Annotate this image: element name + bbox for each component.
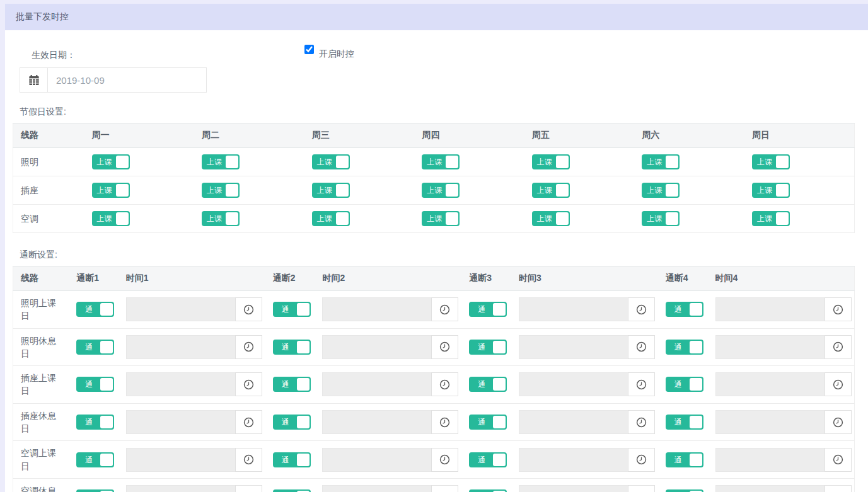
onoff-toggle[interactable]: 通	[469, 489, 507, 492]
time-input[interactable]	[126, 448, 235, 472]
onoff-toggle[interactable]: 通	[666, 452, 703, 467]
time-input[interactable]	[322, 448, 431, 472]
time-picker-button[interactable]	[628, 372, 655, 396]
time-input[interactable]	[715, 297, 825, 321]
time-input[interactable]	[519, 410, 628, 434]
time-cell	[315, 366, 461, 404]
onoff-toggle[interactable]: 通	[273, 489, 311, 492]
time-picker-button[interactable]	[431, 335, 458, 359]
class-day-toggle[interactable]: 上课	[92, 183, 130, 198]
time-picker-button[interactable]	[235, 448, 262, 472]
onoff-toggle[interactable]: 通	[469, 340, 507, 355]
class-day-toggle[interactable]: 上课	[752, 154, 790, 169]
time-picker-button[interactable]	[628, 297, 655, 321]
time-picker-button[interactable]	[628, 335, 655, 359]
time-input[interactable]	[519, 372, 628, 396]
time-input[interactable]	[126, 410, 235, 434]
time-picker-button[interactable]	[628, 410, 655, 434]
time-picker-button[interactable]	[235, 372, 262, 396]
class-day-toggle[interactable]: 上课	[312, 211, 350, 226]
enable-time-control-group[interactable]: 开启时控	[304, 45, 354, 56]
time-input[interactable]	[126, 335, 235, 359]
time-input[interactable]	[715, 335, 825, 359]
onoff-toggle[interactable]: 通	[273, 377, 311, 392]
time-picker-button[interactable]	[825, 372, 852, 396]
onoff-toggle[interactable]: 通	[469, 302, 507, 317]
onoff-toggle[interactable]: 通	[76, 340, 114, 355]
onoff-toggle[interactable]: 通	[469, 377, 507, 392]
class-day-toggle[interactable]: 上课	[532, 183, 570, 198]
time-picker-button[interactable]	[235, 297, 262, 321]
onoff-toggle[interactable]: 通	[666, 302, 703, 317]
time-picker-button[interactable]	[431, 448, 458, 472]
time-input[interactable]	[519, 485, 628, 492]
time-picker-button[interactable]	[825, 297, 852, 321]
class-day-toggle[interactable]: 上课	[642, 183, 680, 198]
class-day-toggle[interactable]: 上课	[752, 211, 790, 226]
time-picker-button[interactable]	[825, 335, 852, 359]
class-day-toggle[interactable]: 上课	[532, 154, 570, 169]
time-input[interactable]	[322, 410, 431, 434]
onoff-toggle[interactable]: 通	[469, 415, 507, 430]
class-day-toggle[interactable]: 上课	[92, 154, 130, 169]
time-input[interactable]	[715, 372, 825, 396]
onoff-toggle[interactable]: 通	[76, 415, 114, 430]
calendar-addon-button[interactable]	[20, 68, 48, 92]
onoff-toggle[interactable]: 通	[76, 489, 114, 492]
time-picker-button[interactable]	[431, 372, 458, 396]
class-day-toggle[interactable]: 上课	[312, 154, 350, 169]
time-input[interactable]	[715, 485, 825, 492]
time-input[interactable]	[126, 372, 235, 396]
time-picker-button[interactable]	[825, 410, 852, 434]
onoff-toggle[interactable]: 通	[76, 302, 114, 317]
onoff-toggle[interactable]: 通	[273, 340, 311, 355]
class-day-toggle[interactable]: 上课	[202, 154, 240, 169]
time-picker-button[interactable]	[235, 410, 262, 434]
effective-date-picker[interactable]	[20, 67, 207, 93]
time-input[interactable]	[126, 297, 235, 321]
effective-date-input[interactable]	[48, 68, 206, 92]
time-picker-button[interactable]	[431, 485, 458, 492]
class-day-toggle[interactable]: 上课	[422, 183, 460, 198]
onoff-toggle[interactable]: 通	[666, 377, 703, 392]
onoff-toggle[interactable]: 通	[273, 415, 311, 430]
class-day-toggle[interactable]: 上课	[642, 154, 680, 169]
time-input[interactable]	[322, 297, 431, 321]
class-day-toggle[interactable]: 上课	[202, 211, 240, 226]
time-picker-button[interactable]	[431, 410, 458, 434]
time-picker-button[interactable]	[235, 335, 262, 359]
class-day-toggle[interactable]: 上课	[202, 183, 240, 198]
time-picker-button[interactable]	[628, 448, 655, 472]
class-day-toggle[interactable]: 上课	[642, 211, 680, 226]
onoff-toggle[interactable]: 通	[666, 489, 703, 492]
time-picker-button[interactable]	[235, 485, 262, 492]
time-input[interactable]	[715, 410, 825, 434]
onoff-toggle[interactable]: 通	[666, 415, 703, 430]
onoff-toggle[interactable]: 通	[469, 452, 507, 467]
class-day-toggle[interactable]: 上课	[752, 183, 790, 198]
onoff-toggle[interactable]: 通	[273, 452, 311, 467]
onoff-toggle[interactable]: 通	[76, 377, 114, 392]
class-day-toggle[interactable]: 上课	[312, 183, 350, 198]
onoff-toggle[interactable]: 通	[76, 452, 114, 467]
onoff-toggle[interactable]: 通	[273, 302, 311, 317]
time-picker-button[interactable]	[628, 485, 655, 492]
time-input[interactable]	[322, 485, 431, 492]
class-day-toggle[interactable]: 上课	[422, 211, 460, 226]
class-day-toggle[interactable]: 上课	[532, 211, 570, 226]
toggle-knob	[556, 212, 569, 225]
class-day-toggle[interactable]: 上课	[92, 211, 130, 226]
time-picker-button[interactable]	[825, 448, 852, 472]
time-picker-button[interactable]	[431, 297, 458, 321]
time-input[interactable]	[519, 297, 628, 321]
time-input[interactable]	[715, 448, 825, 472]
time-input[interactable]	[126, 485, 235, 492]
class-day-toggle[interactable]: 上课	[422, 154, 460, 169]
time-input[interactable]	[519, 448, 628, 472]
enable-time-control-checkbox[interactable]	[304, 45, 314, 54]
time-input[interactable]	[519, 335, 628, 359]
time-picker-button[interactable]	[825, 485, 852, 492]
onoff-toggle[interactable]: 通	[666, 340, 703, 355]
time-input[interactable]	[322, 372, 431, 396]
time-input[interactable]	[322, 335, 431, 359]
